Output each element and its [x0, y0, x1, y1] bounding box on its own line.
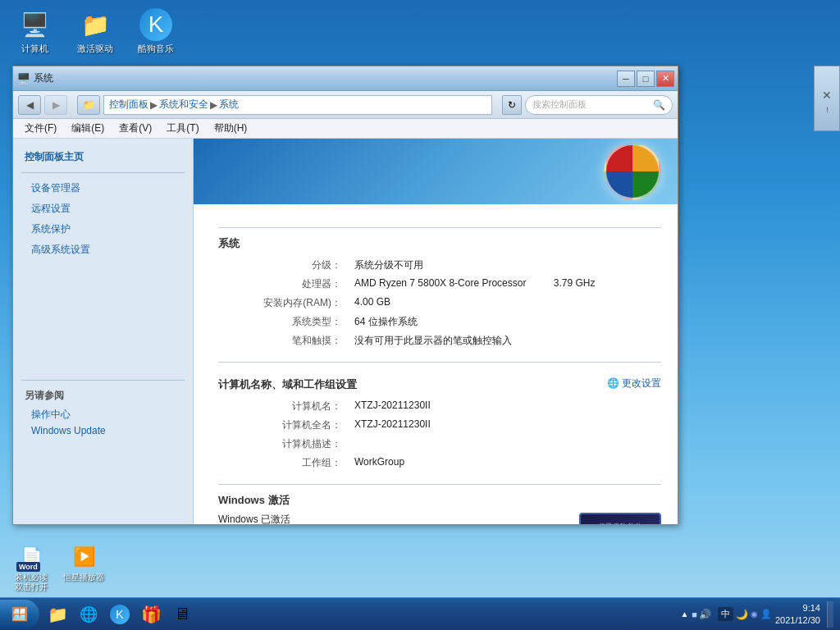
- genuine-badge-area: 使用 微软 软件 正版授权 安全 稳定 声誉 联机了解更多内容...: [571, 513, 661, 524]
- desktop-icon-computer[interactable]: 🖥️ 计算机: [8, 8, 61, 55]
- taskbar-gift[interactable]: 🎁: [136, 601, 166, 628]
- desktop-icon-label-computer: 计算机: [21, 43, 48, 55]
- taskbar-screen[interactable]: 🖥: [167, 601, 197, 628]
- taskbar-explorer[interactable]: 📁: [43, 601, 72, 628]
- sidebar: 控制面板主页 设备管理器 远程设置 系统保护 高级系统设置 另请参阅 操作中心 …: [13, 139, 194, 524]
- label-computer-desc: 计算机描述：: [218, 435, 349, 454]
- gift-icon: 🎁: [141, 605, 162, 624]
- close-button[interactable]: ✕: [656, 71, 674, 87]
- tray-dot-icon: ◉: [751, 609, 758, 619]
- activation-area: Windows 激活 Windows 已激活 产品 ID： 00426-OEM-…: [218, 484, 661, 524]
- menu-bar: 文件(F) 编辑(E) 查看(V) 工具(T) 帮助(H): [13, 119, 678, 139]
- table-row: 安装内存(RAM)： 4.00 GB: [218, 294, 661, 313]
- desktop-icon-music[interactable]: K 酷狗音乐: [130, 8, 182, 55]
- clock-date: 2021/12/30: [775, 614, 820, 626]
- taskbar: 🪟 📁 🌐 K 🎁 🖥 ▲ ■ 🔊 中 🌙 ◉ 👤: [0, 597, 840, 630]
- value-computer-fullname: XTZJ-20211230II: [349, 416, 661, 435]
- badge-title: 使用 微软 软件: [599, 522, 641, 525]
- content-area: 控制面板主页 设备管理器 远程设置 系统保护 高级系统设置 另请参阅 操作中心 …: [13, 139, 678, 524]
- desktop-icon-label-music: 酷狗音乐: [138, 43, 174, 55]
- table-row: 系统类型： 64 位操作系统: [218, 313, 661, 331]
- system-window: 🖥️ 系统 ─ □ ✕ ◀ ▶ 📁 控制面板 ▶ 系统和安全 ▶ 系统 ↻ 搜索…: [12, 66, 678, 525]
- maximize-button[interactable]: □: [637, 71, 655, 87]
- sidebar-link-device-manager[interactable]: 设备管理器: [13, 178, 193, 199]
- change-settings-link[interactable]: 🌐 更改设置: [607, 377, 661, 390]
- tray-chinese-input[interactable]: 中: [718, 607, 733, 621]
- main-panel: 系统 分级： 系统分级不可用 处理器： AMD Ryzen 7 5800X 8-…: [194, 139, 678, 524]
- windows-logo: [604, 143, 661, 200]
- system-tray: ▲ ■ 🔊 中 🌙 ◉ 👤 9:14 2021/12/30: [669, 601, 840, 628]
- address-path[interactable]: 控制面板 ▶ 系统和安全 ▶ 系统: [103, 95, 492, 115]
- value-workgroup: WorkGroup: [349, 454, 661, 472]
- search-placeholder: 搜索控制面板: [532, 98, 587, 111]
- menu-tools[interactable]: 工具(T): [160, 120, 205, 137]
- value-systype: 64 位操作系统: [349, 313, 661, 331]
- table-row: 笔和触摸： 没有可用于此显示器的笔或触控输入: [218, 331, 661, 350]
- value-computer-desc: [349, 435, 661, 454]
- menu-edit[interactable]: 编辑(E): [65, 120, 111, 137]
- activation-status: Windows 已激活: [218, 513, 555, 524]
- sidebar-link-remote[interactable]: 远程设置: [13, 199, 193, 219]
- desktop-icon-driver[interactable]: 📁 激活驱动: [69, 8, 121, 55]
- close-icon[interactable]: ✕: [822, 89, 832, 102]
- word-install-icon: 📄 Word: [16, 542, 46, 572]
- tray-user-icon[interactable]: 👤: [760, 609, 772, 619]
- video-player-icon: ▶️: [69, 542, 98, 572]
- sidebar-action-center[interactable]: 操作中心: [13, 406, 193, 423]
- start-orb: 🪟: [11, 606, 28, 622]
- video-player-label: 恒星播放器: [63, 573, 104, 582]
- back-button[interactable]: ◀: [18, 95, 41, 115]
- forward-button[interactable]: ▶: [44, 95, 67, 115]
- divider-top: [218, 227, 661, 228]
- label-processor: 处理器：: [218, 275, 349, 294]
- breadcrumb-system[interactable]: 系统: [219, 98, 239, 112]
- show-desktop-btn[interactable]: [827, 601, 833, 628]
- tray-icon-sound[interactable]: 🔊: [699, 609, 711, 620]
- sidebar-home-link[interactable]: 控制面板主页: [13, 147, 193, 167]
- driver-icon: 📁: [79, 8, 112, 41]
- search-icon[interactable]: 🔍: [653, 99, 665, 111]
- search-box[interactable]: 搜索控制面板 🔍: [525, 95, 673, 115]
- taskbar-desktop-icons: 📄 Word 装机必读双击打开 ▶️ 恒星播放器: [0, 539, 115, 596]
- activation-content: Windows 已激活 产品 ID： 00426-OEM-8992662-001…: [218, 513, 661, 524]
- breadcrumb-security[interactable]: 系统和安全: [159, 98, 208, 112]
- table-row: 工作组： WorkGroup: [218, 454, 661, 472]
- tray-expand-arrow[interactable]: ▲: [678, 608, 690, 620]
- minimize-button[interactable]: ─: [617, 71, 635, 87]
- sidebar-divider-2: [21, 380, 185, 381]
- folder-icon: 📁: [77, 95, 100, 115]
- menu-file[interactable]: 文件(F): [18, 120, 63, 137]
- taskbar-kkplayer[interactable]: K: [105, 601, 135, 628]
- desktop-icon-video-player[interactable]: ▶️ 恒星播放器: [61, 542, 107, 592]
- refresh-button[interactable]: ↻: [502, 95, 522, 115]
- menu-view[interactable]: 查看(V): [112, 120, 158, 137]
- label-computer-name: 计算机名：: [218, 397, 349, 416]
- menu-help[interactable]: 帮助(H): [208, 120, 254, 137]
- table-row: 计算机描述：: [218, 435, 661, 454]
- label-rating: 分级：: [218, 256, 349, 275]
- sidebar-divider-1: [21, 172, 185, 173]
- screen-icon: 🖥: [174, 605, 190, 623]
- sidebar-windows-update[interactable]: Windows Update: [13, 423, 193, 438]
- sidebar-link-protection[interactable]: 系统保护: [13, 219, 193, 240]
- system-info-table: 分级： 系统分级不可用 处理器： AMD Ryzen 7 5800X 8-Cor…: [218, 256, 661, 350]
- kkplayer-icon: K: [110, 605, 130, 624]
- tray-icon-network: ■: [692, 609, 697, 619]
- sidebar-link-advanced[interactable]: 高级系统设置: [13, 240, 193, 260]
- window-icon: 🖥️: [16, 72, 30, 85]
- desktop-icon-word-install[interactable]: 📄 Word 装机必读双击打开: [8, 542, 54, 592]
- divider-activation: [218, 484, 661, 485]
- word-badge: Word: [16, 562, 40, 572]
- value-ram: 4.00 GB: [349, 294, 661, 313]
- taskbar-ie[interactable]: 🌐: [74, 601, 103, 628]
- breadcrumb-cp[interactable]: 控制面板: [109, 98, 148, 112]
- system-clock[interactable]: 9:14 2021/12/30: [775, 602, 820, 626]
- start-button[interactable]: 🪟: [0, 600, 39, 629]
- label-touch: 笔和触摸：: [218, 331, 349, 350]
- table-row: 分级： 系统分级不可用: [218, 256, 661, 275]
- genuine-badge: 使用 微软 软件 正版授权 安全 稳定 声誉: [579, 513, 661, 524]
- activation-text-area: Windows 已激活 产品 ID： 00426-OEM-8992662-001…: [218, 513, 555, 524]
- tray-moon-icon[interactable]: 🌙: [736, 609, 748, 620]
- window-title: 系统: [34, 71, 53, 85]
- value-rating[interactable]: 系统分级不可用: [349, 256, 661, 275]
